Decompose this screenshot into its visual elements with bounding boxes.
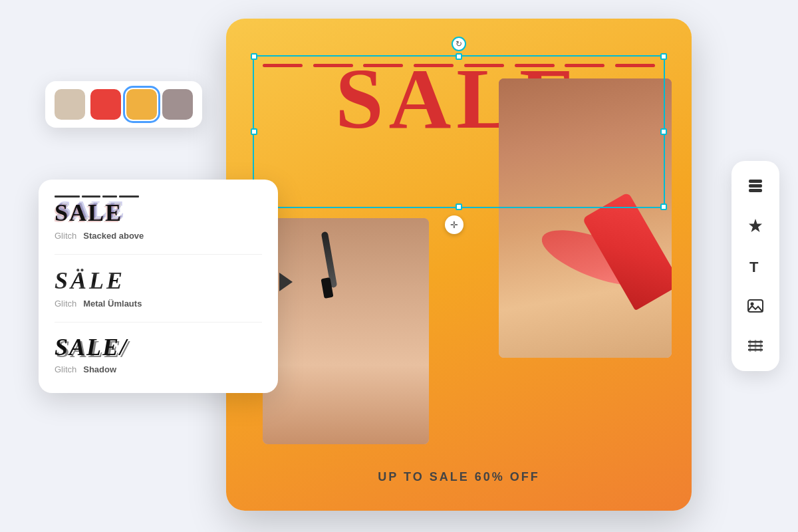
dash-1	[263, 64, 303, 67]
svg-rect-1	[749, 184, 762, 188]
handle-top-right[interactable]	[660, 53, 667, 60]
poster-dash-row	[263, 64, 655, 67]
photo-left-content	[263, 218, 429, 444]
dash-4	[414, 64, 454, 67]
effects-panel: SALE Glitch Stacked above SÄLE Glitch Me…	[39, 180, 278, 393]
effects-icon[interactable]	[741, 211, 770, 241]
color-swatch-beige[interactable]	[55, 89, 85, 120]
effect-label-glitch-2: Glitch	[55, 299, 76, 309]
svg-rect-2	[749, 189, 762, 192]
handle-top-left[interactable]	[251, 53, 257, 60]
dash-3	[363, 64, 403, 67]
dash-7	[565, 64, 604, 67]
text-icon[interactable]: T	[741, 251, 770, 281]
effect-labels-metal: Glitch Metal Ümlauts	[55, 299, 262, 309]
poster-photo-right	[499, 78, 672, 358]
panel-arrow	[279, 273, 293, 291]
photo-right-content	[499, 78, 672, 358]
poster-bottom-text: UP TO SALE 60% OFF	[226, 470, 692, 484]
right-toolbar: T	[732, 161, 779, 371]
move-handle[interactable]: ✛	[445, 215, 464, 234]
effect-item-shadow[interactable]: SALE/ Glitch Shadow	[55, 334, 262, 375]
color-swatch-gray[interactable]	[162, 89, 193, 120]
poster-photo-left	[263, 218, 429, 444]
color-palette-panel	[45, 81, 202, 128]
divider-1	[55, 254, 262, 255]
dash-6	[515, 64, 555, 67]
color-swatch-red[interactable]	[90, 89, 121, 120]
svg-text:T: T	[749, 259, 759, 275]
effect-preview-shadow: SALE/	[55, 334, 262, 361]
effect-label-shadow: Shadow	[83, 364, 116, 374]
effect-preview-metal: SÄLE	[55, 267, 262, 295]
rotate-handle[interactable]: ↻	[452, 37, 466, 51]
texture-icon[interactable]	[741, 331, 770, 360]
image-icon[interactable]	[741, 291, 770, 321]
effect-item-metal[interactable]: SÄLE Glitch Metal Ümlauts	[55, 267, 262, 309]
handle-left-mid[interactable]	[251, 128, 257, 135]
divider-2	[55, 322, 262, 323]
color-swatch-orange[interactable]	[126, 89, 157, 120]
effect-label-stacked-above: Stacked above	[83, 231, 144, 241]
effect-labels-shadow: Glitch Shadow	[55, 364, 262, 374]
effect-label-metal: Metal Ümlauts	[83, 299, 142, 309]
effect-labels-stacked: Glitch Stacked above	[55, 231, 262, 241]
effect-label-glitch-3: Glitch	[55, 364, 76, 374]
layers-icon[interactable]	[741, 172, 770, 201]
dash-8	[615, 64, 655, 67]
dash-5	[464, 64, 504, 67]
svg-marker-3	[749, 219, 762, 232]
handle-bottom-mid[interactable]	[456, 203, 462, 210]
effect-item-stacked[interactable]: SALE Glitch Stacked above	[55, 196, 262, 241]
effect-label-glitch-1: Glitch	[55, 231, 76, 241]
poster-card: SALE ↻ ✛ UP TO SALE 60%	[226, 19, 692, 511]
svg-rect-0	[749, 180, 762, 183]
effect-preview-stacked: SALE	[55, 200, 262, 227]
dash-2	[313, 64, 353, 67]
